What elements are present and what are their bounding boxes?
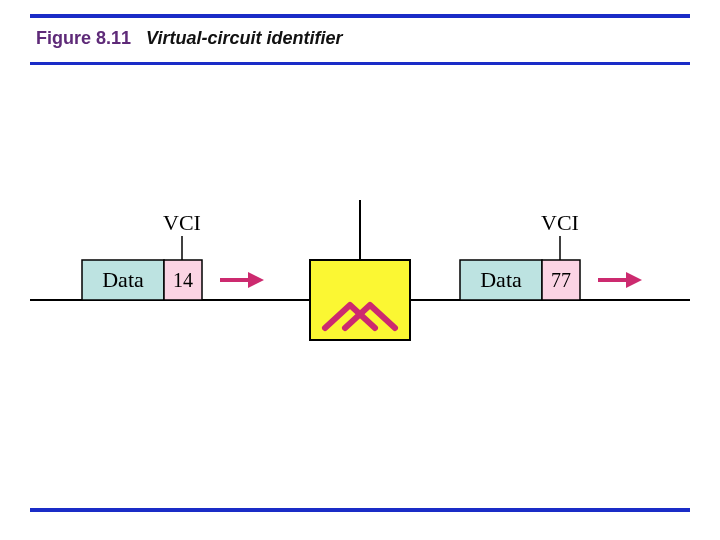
vci-value-right: 77 bbox=[551, 269, 571, 291]
vci-value-left: 14 bbox=[173, 269, 193, 291]
switch-icon bbox=[310, 260, 410, 340]
svg-marker-4 bbox=[248, 272, 264, 288]
vci-label-right: VCI bbox=[541, 210, 579, 235]
vci-label-left: VCI bbox=[163, 210, 201, 235]
svg-marker-8 bbox=[626, 272, 642, 288]
rule-bottom bbox=[30, 508, 690, 512]
vci-diagram: VCI Data 14 VCI Data 77 bbox=[30, 160, 690, 380]
data-label-right: Data bbox=[480, 267, 522, 292]
figure-title: Virtual-circuit identifier bbox=[146, 28, 342, 48]
figure-caption: Figure 8.11 Virtual-circuit identifier bbox=[36, 28, 342, 49]
rule-top bbox=[30, 14, 690, 18]
arrow-left-icon bbox=[220, 272, 264, 288]
rule-under-caption bbox=[30, 62, 690, 65]
data-label-left: Data bbox=[102, 267, 144, 292]
figure-number: Figure 8.11 bbox=[36, 28, 131, 48]
packet-left: VCI Data 14 bbox=[82, 210, 264, 300]
packet-right: VCI Data 77 bbox=[460, 210, 642, 300]
arrow-right-icon bbox=[598, 272, 642, 288]
